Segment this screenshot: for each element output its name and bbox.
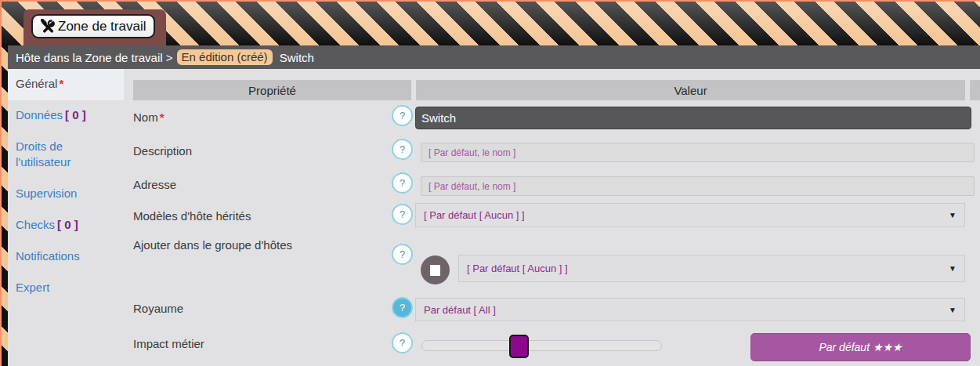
sidebar-item-label: Expert: [16, 281, 49, 294]
breadcrumb-current: Switch: [277, 51, 314, 64]
sidebar-item-supervision[interactable]: Supervision: [8, 179, 124, 210]
field-label-impact: Impact métier: [133, 337, 204, 350]
sidebar-item-donnees[interactable]: Données[ 0 ]: [8, 100, 124, 132]
sidebar-item-expert[interactable]: Expert: [8, 273, 124, 304]
field-label-nom: Nom*: [133, 111, 165, 124]
adresse-input[interactable]: [421, 176, 975, 196]
sidebar-item-label: Checks: [16, 218, 55, 231]
help-icon[interactable]: ?: [392, 139, 413, 160]
table-header-property: Propriété: [133, 80, 411, 100]
royaume-select-value: Par défaut [ All ]: [424, 304, 496, 316]
help-icon[interactable]: ?: [392, 244, 413, 265]
field-label-adresse: Adresse: [133, 178, 176, 191]
help-icon[interactable]: ?: [392, 204, 413, 225]
breadcrumb: Hôte dans la Zone de travail >En édition…: [8, 45, 980, 69]
field-label-groupe: Ajouter dans le groupe d'hôtes: [133, 238, 292, 252]
chevron-down-icon: ▼: [949, 264, 956, 273]
sidebar-item-notifications[interactable]: Notifications: [8, 241, 124, 273]
status-badge: En édition (créé): [177, 49, 273, 65]
required-asterisk: *: [160, 111, 165, 124]
field-label-modeles: Modèles d'hôte hérités: [133, 209, 251, 223]
sidebar-item-label: Données: [16, 108, 63, 121]
help-icon[interactable]: ?: [392, 332, 413, 353]
tools-icon: [41, 19, 56, 34]
workspace-tab-label: Zone de travail: [58, 19, 146, 34]
count-badge: [ 0 ]: [65, 108, 86, 121]
workspace-tab-button[interactable]: Zone de travail: [31, 14, 155, 38]
chevron-down-icon: ▼: [949, 211, 956, 219]
impact-slider[interactable]: [421, 340, 662, 351]
required-asterisk: *: [59, 77, 63, 90]
nom-input[interactable]: [415, 107, 971, 129]
sidebar-item-checks[interactable]: Checks[ 0 ]: [8, 210, 124, 241]
description-input[interactable]: [421, 143, 975, 162]
count-badge: [ 0 ]: [57, 218, 78, 231]
content-panel: Général* Données[ 0 ] Droits de l'utilis…: [8, 69, 980, 366]
sidebar: Général* Données[ 0 ] Droits de l'utilis…: [8, 69, 124, 304]
breadcrumb-prefix[interactable]: Hôte dans la Zone de travail: [16, 51, 166, 64]
groupe-select-value: [ Par défaut [ Aucun ] ]: [467, 263, 568, 274]
groupe-select[interactable]: [ Par défaut [ Aucun ] ]▼: [458, 255, 965, 282]
table-header-value: Valeur: [416, 80, 965, 100]
table-header-spacer: [970, 80, 980, 100]
impact-default-button[interactable]: Par défaut ★★★: [750, 333, 971, 361]
sidebar-item-general[interactable]: Général*: [8, 69, 124, 100]
add-hostgroup-button[interactable]: [421, 255, 450, 284]
royaume-select[interactable]: Par défaut [ All ]▼: [415, 298, 965, 321]
chevron-down-icon: ▼: [949, 306, 956, 314]
help-icon-active[interactable]: ?: [392, 297, 413, 318]
page: Zone de travail Hôte dans la Zone de tra…: [0, 0, 980, 366]
sidebar-item-label: Général: [16, 77, 57, 90]
field-label-description: Description: [133, 144, 192, 158]
modeles-select[interactable]: [ Par défaut [ Aucun ] ]▼: [415, 203, 965, 227]
modeles-select-value: [ Par défaut [ Aucun ] ]: [424, 209, 525, 221]
sidebar-item-label: Notifications: [16, 249, 80, 263]
sidebar-item-label: Supervision: [16, 187, 77, 200]
help-icon[interactable]: ?: [392, 105, 413, 126]
field-label-royaume: Royaume: [133, 302, 183, 315]
sidebar-item-droits[interactable]: Droits de l'utilisateur: [8, 132, 124, 179]
square-icon: [430, 265, 440, 276]
breadcrumb-separator: >: [166, 51, 173, 64]
help-icon[interactable]: ?: [392, 172, 413, 194]
workspace-tab-backdrop: Zone de travail: [24, 9, 166, 45]
impact-slider-handle[interactable]: [509, 335, 529, 358]
sidebar-item-label: Droits de l'utilisateur: [16, 140, 71, 169]
